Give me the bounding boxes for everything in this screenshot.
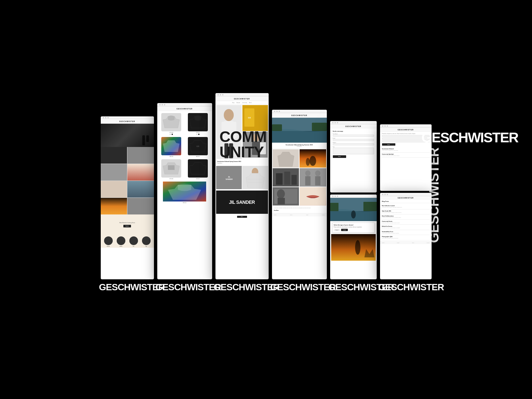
m4-footer: Imprint Privacy Terms Contact xyxy=(272,213,327,216)
m6b-art2-title[interactable]: Style Guide 2021 xyxy=(382,210,430,212)
m4-desc: Geschwister community members share thei… xyxy=(272,206,327,213)
m1-cell-7 xyxy=(101,198,127,214)
mockup-5b-browser: Select the type of your channel Please s… xyxy=(330,195,377,279)
m4-img-coat xyxy=(273,149,299,168)
m6a-articles: Geschwister Editorial Spring collection … xyxy=(380,146,432,159)
m3-prod-left: JIL SANDER xyxy=(216,166,242,189)
m6a-logo: GESCHWISTER xyxy=(398,129,414,131)
m3-geschwister-label: GESCHWISTER xyxy=(214,282,279,293)
m2-price-7: €99.00 xyxy=(183,202,187,203)
m2-colors-2 xyxy=(196,134,200,135)
mockup-2-wrapper: GESCHWISTER €79.00 xyxy=(157,103,212,279)
m5b-dot-1 xyxy=(332,196,333,197)
m5b-cancel-btn[interactable]: Cancel xyxy=(334,229,340,231)
m1-cell-4 xyxy=(127,164,154,181)
stage: COMM UNITY ··· GESCHWISTER ··· xyxy=(0,0,532,399)
m6a-art1-title[interactable]: Geschwister Editorial xyxy=(382,148,430,150)
m6b-art7-title[interactable]: Photographer Q&A xyxy=(382,236,430,237)
m4-content: GESCHWISTER xyxy=(272,113,327,216)
m4-footer-1[interactable]: Imprint xyxy=(274,214,277,215)
m1-coming-soon-btn[interactable]: Explore xyxy=(123,225,131,227)
m2-item-4: GS €89.00 xyxy=(186,137,210,157)
m3-next-btn[interactable]: Next xyxy=(237,216,247,218)
m6b-art4-title[interactable]: Community Events xyxy=(382,221,430,222)
m3-dot-3 xyxy=(222,94,223,95)
svg-point-51 xyxy=(351,210,356,218)
m4-gallery xyxy=(272,149,327,206)
m6b-footer-4[interactable]: Contact xyxy=(427,242,430,243)
m5a-input-name[interactable] xyxy=(333,135,374,137)
svg-rect-45 xyxy=(277,198,285,204)
m5a-submit-btn[interactable]: Send xyxy=(333,155,346,158)
m6b-footer-2[interactable]: Privacy xyxy=(397,242,399,243)
m4-dot-3 xyxy=(279,111,280,112)
svg-rect-35 xyxy=(284,172,290,185)
m3-caption-title: Geschwister Editorial Spring Summer 2021 xyxy=(217,161,267,162)
mockup-1-wrapper: ··· GESCHWISTER ··· xyxy=(101,116,154,279)
m1-dot-3 xyxy=(107,117,109,118)
m2-browser-bar xyxy=(157,103,212,106)
svg-rect-28 xyxy=(312,123,327,131)
m4-title-block: Geschwister Editorial Spring Summer 2021… xyxy=(272,143,327,149)
m5a-input-subject[interactable] xyxy=(333,143,374,145)
m6b-footer-1[interactable]: Imprint xyxy=(382,242,385,243)
m5a-logo: GESCHWISTER xyxy=(345,125,361,127)
m3-subnav-4[interactable]: About xyxy=(249,102,252,103)
m4-footer-3[interactable]: Terms xyxy=(306,214,308,215)
m6b-art5-title[interactable]: Behind the Scenes xyxy=(382,226,430,227)
m1-dot-1 xyxy=(103,117,104,118)
m6b-header: GESCHWISTER xyxy=(380,196,432,200)
m3-paginator: Next xyxy=(215,214,269,218)
m3-header: GESCHWISTER xyxy=(215,96,269,101)
m1-logo: GESCHWISTER xyxy=(119,120,135,122)
svg-rect-49 xyxy=(330,203,338,211)
m5b-hero xyxy=(330,198,377,221)
m2-price-6: €79.00 xyxy=(196,178,200,180)
m2-color-black xyxy=(172,134,173,135)
m3-dot-1 xyxy=(217,94,219,95)
m3-subnav-2[interactable]: Editorial xyxy=(236,102,240,103)
m6a-send-label: Send xyxy=(387,144,390,145)
m1-header: ··· GESCHWISTER ··· xyxy=(101,119,154,124)
m3-yellow-bg: GS xyxy=(242,105,268,131)
m2-item-1: €79.00 xyxy=(159,113,184,135)
m6b-art3-excerpt: Ut labore et dolore magna aliqua. Ut eni… xyxy=(382,217,430,218)
m3-logo: GESCHWISTER xyxy=(234,98,250,100)
m6a-dot-3 xyxy=(387,125,388,127)
m1-prod-label-2: Jacket xyxy=(117,246,125,247)
mockup-1-browser: ··· GESCHWISTER ··· xyxy=(101,116,154,279)
m3-subnav-1[interactable]: Shop xyxy=(232,102,234,103)
m3-brand-text: JIL SANDER xyxy=(229,200,255,205)
m3-browser-bar xyxy=(215,93,269,96)
m6a-send-btn[interactable]: Send xyxy=(382,143,395,146)
m6b-art1-title[interactable]: New Collection Launch xyxy=(382,205,430,206)
m5b-confirm-btn[interactable]: Confirm xyxy=(341,229,348,231)
svg-text:JIL: JIL xyxy=(228,176,230,178)
m5a-dot-2 xyxy=(334,122,336,123)
m1-thumb-1 xyxy=(104,236,113,245)
m6b-article-3: Brand Collaborations Ut labore et dolore… xyxy=(382,214,430,220)
m6b-footer-3[interactable]: Terms xyxy=(412,242,414,243)
m2-colorful-hoodie xyxy=(163,182,206,201)
m4-footer-2[interactable]: Privacy xyxy=(290,214,293,215)
svg-text:SANDER: SANDER xyxy=(225,178,233,180)
m2-colors-1 xyxy=(170,134,173,135)
m1-product-4: Cap xyxy=(142,236,151,247)
svg-point-5 xyxy=(224,109,234,121)
m2-item-3: €89.00 xyxy=(159,137,184,157)
m3-img-yellow: GS xyxy=(242,105,268,131)
m6b-art6-title[interactable]: Sustainability Focus xyxy=(382,231,430,232)
m5a-input-email[interactable] xyxy=(333,139,374,141)
m3-lower-grid: JIL SANDER xyxy=(215,165,269,190)
m6b-art3-title[interactable]: Brand Collaborations xyxy=(382,215,430,217)
mockup-2-browser: GESCHWISTER €79.00 xyxy=(157,103,212,279)
m1-cell-2 xyxy=(127,147,154,164)
m4-footer-4[interactable]: Contact xyxy=(322,214,325,215)
m5b-dialog-text: Please select the channel type to contin… xyxy=(334,226,373,228)
m2-price-3: €89.00 xyxy=(170,156,173,157)
m6a-article-1: Geschwister Editorial Spring collection … xyxy=(382,147,430,153)
m6a-art2-title[interactable]: Community Spotlight xyxy=(382,154,430,155)
m3-subnav-3[interactable]: Community xyxy=(242,102,247,103)
m5a-textarea[interactable] xyxy=(333,148,374,154)
m3-prod-right xyxy=(242,166,268,189)
